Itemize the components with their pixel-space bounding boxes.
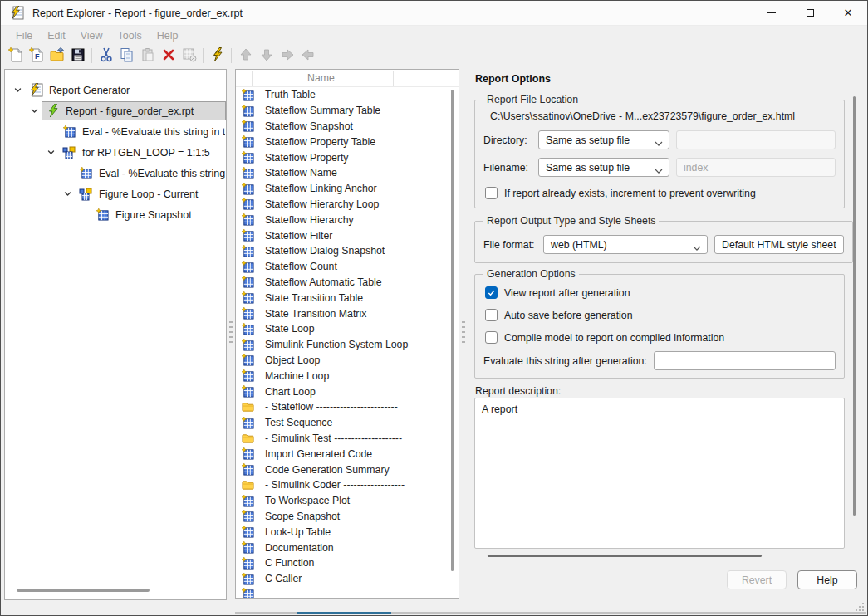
delete-button[interactable] (158, 46, 179, 66)
minimize-button[interactable] (753, 1, 791, 26)
list-item[interactable]: Stateflow Hierarchy (236, 212, 459, 227)
file-format-dropdown[interactable]: web (HTML) (543, 235, 708, 254)
list-item[interactable]: C Function (236, 555, 459, 571)
list-item[interactable]: State Loop (236, 321, 459, 337)
tree-item-5[interactable]: Figure Loop - Current (5, 183, 226, 204)
outline-tree: Report GeneratorReport - figure_order_ex… (5, 80, 226, 225)
resize-grip[interactable] (856, 603, 864, 611)
list-item[interactable]: Stateflow Property (236, 149, 459, 165)
bottom-scrollbar-thumb[interactable] (297, 612, 391, 614)
list-item[interactable]: - Simulink Test -------------------- (236, 431, 459, 447)
tree-item-0[interactable]: Report Generator (5, 80, 226, 100)
list-item[interactable]: Import Generated Code (236, 446, 459, 462)
list-item-label: Stateflow Property (265, 152, 348, 164)
open-button[interactable] (47, 46, 67, 66)
list-item[interactable]: State Transition Table (236, 290, 459, 306)
list-item[interactable]: Object Loop (236, 353, 459, 369)
view-report-checkbox[interactable] (485, 286, 498, 299)
outline-tree-panel: Report GeneratorReport - figure_order_ex… (4, 69, 227, 600)
tree-horizontal-scrollbar[interactable] (17, 589, 150, 592)
delete-icon (160, 46, 177, 66)
directory-label: Directory: (483, 134, 532, 146)
list-item[interactable]: Stateflow Summary Table (236, 103, 459, 119)
directory-dropdown[interactable]: Same as setup file (538, 130, 669, 149)
generate-report-button[interactable] (207, 46, 228, 66)
name-column-header[interactable]: Name (307, 72, 335, 84)
list-item[interactable]: Stateflow Hierarchy Loop (236, 197, 459, 213)
list-item[interactable]: Machine Loop (236, 368, 459, 384)
list-item[interactable]: Stateflow Filter (236, 227, 459, 243)
maximize-button[interactable] (791, 1, 829, 26)
list-item[interactable]: Documentation (236, 540, 459, 555)
title-bar: Report Explorer - Report - figure_order_… (1, 1, 867, 26)
cut-button[interactable] (96, 46, 116, 66)
chevron-down-icon[interactable] (43, 148, 58, 157)
tree-item-6[interactable]: Figure Snapshot (5, 204, 226, 225)
bottom-scrollbar[interactable] (235, 612, 866, 614)
report-description-textarea[interactable]: A report (474, 398, 845, 549)
list-item[interactable]: - Simulink Coder ------------------ (236, 477, 459, 493)
list-item[interactable]: Stateflow Property Table (236, 134, 459, 149)
new-report-button[interactable] (5, 46, 26, 66)
tree-item-2[interactable]: Eval - %Evaluate this string in the bas (5, 121, 226, 142)
evaluate-string-label: Evaluate this string after generation: (483, 355, 647, 367)
menu-edit[interactable]: Edit (40, 28, 73, 43)
list-item-label: Stateflow Hierarchy (265, 214, 354, 226)
revert-button[interactable]: Revert (727, 570, 787, 589)
copy-button[interactable] (116, 46, 137, 66)
list-item[interactable]: Stateflow Automatic Table (236, 275, 459, 291)
list-vertical-scrollbar[interactable] (451, 90, 454, 571)
splitter-right-grip[interactable] (462, 321, 465, 343)
list-item[interactable]: Look-Up Table (236, 524, 459, 540)
list-item[interactable]: Stateflow Linking Anchor (236, 181, 459, 197)
directory-custom-field (676, 130, 836, 149)
filename-dropdown[interactable]: Same as setup file (538, 158, 669, 177)
close-button[interactable]: ✕ (829, 1, 867, 26)
list-item[interactable]: Truth Table (236, 87, 459, 103)
tree-item-1[interactable]: Report - figure_order_ex.rpt (5, 100, 226, 121)
splitter-left-grip[interactable] (229, 321, 233, 343)
report-explorer-window: Report Explorer - Report - figure_order_… (0, 0, 868, 616)
evaluate-string-input[interactable] (654, 351, 836, 370)
list-item[interactable]: Stateflow Snapshot (236, 119, 459, 134)
list-item[interactable]: Scope Snapshot (236, 509, 459, 525)
new-form-report-button[interactable]: F (26, 46, 47, 66)
list-item[interactable]: Stateflow Count (236, 259, 459, 275)
tree-item-4[interactable]: Eval - %Evaluate this string in the (5, 163, 226, 183)
new-document-icon (7, 46, 24, 66)
chevron-down-icon[interactable] (10, 86, 25, 95)
help-button[interactable]: Help (797, 570, 857, 589)
menu-view[interactable]: View (73, 28, 110, 43)
options-vertical-scrollbar[interactable] (853, 96, 856, 516)
list-item[interactable]: Stateflow Name (236, 165, 459, 181)
column-separator (393, 71, 394, 86)
list-header: Name (236, 70, 459, 87)
list-item[interactable]: C Caller (236, 571, 459, 587)
list-item[interactable]: Test Sequence (236, 415, 459, 431)
list-item[interactable]: State Transition Matrix (236, 306, 459, 321)
list-item-label: State Loop (265, 323, 315, 335)
list-item[interactable]: Chart Loop (236, 384, 459, 399)
stylesheet-dropdown[interactable]: Default HTML style sheet (714, 235, 844, 254)
tree-item-3[interactable]: for RPTGEN_LOOP = 1:1:5 (5, 142, 226, 163)
compile-model-checkbox[interactable] (485, 331, 498, 344)
chevron-down-icon[interactable] (60, 189, 75, 198)
menu-tools[interactable]: Tools (110, 28, 150, 43)
list-item[interactable] (236, 587, 459, 599)
increment-checkbox[interactable] (485, 187, 498, 199)
auto-save-checkbox[interactable] (485, 309, 498, 321)
list-item[interactable]: To Workspace Plot (236, 493, 459, 509)
menu-help[interactable]: Help (150, 28, 186, 43)
list-item[interactable]: - Stateflow ------------------------ (236, 399, 459, 415)
toolbar-separator (231, 48, 232, 63)
menu-file[interactable]: File (8, 28, 40, 43)
list-item[interactable]: Code Generation Summary (236, 462, 459, 477)
copy-icon (119, 46, 135, 66)
save-button[interactable] (67, 46, 88, 66)
group-legend: Report File Location (483, 94, 581, 105)
list-item[interactable]: Simulink Function System Loop (236, 337, 459, 353)
chevron-down-icon[interactable] (27, 106, 42, 115)
new-form-icon: F (28, 46, 45, 66)
description-horizontal-scrollbar[interactable] (488, 555, 762, 557)
list-item[interactable]: Stateflow Dialog Snapshot (236, 243, 459, 259)
